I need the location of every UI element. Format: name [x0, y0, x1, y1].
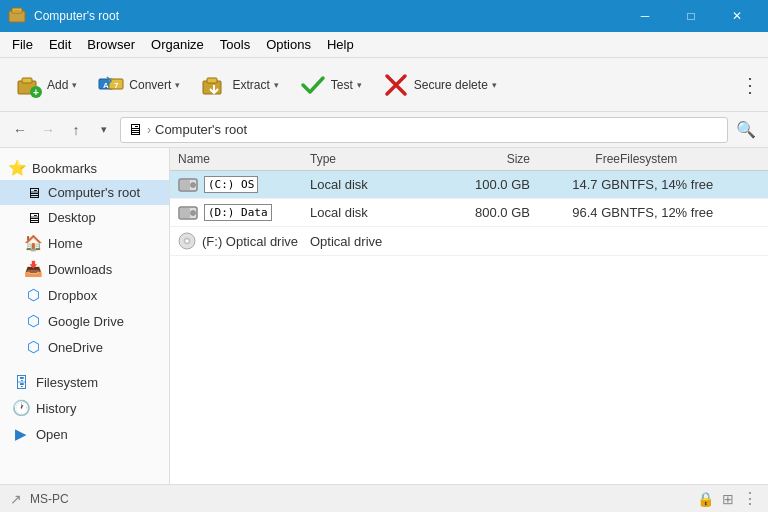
history-label: History: [36, 401, 76, 416]
free-cell: 14.7 GB: [530, 177, 620, 192]
col-filesystem[interactable]: Filesystem: [620, 152, 760, 166]
optical-drive-icon: [178, 232, 196, 250]
menu-options[interactable]: Options: [258, 35, 319, 54]
minimize-button[interactable]: ─: [622, 0, 668, 32]
breadcrumb[interactable]: 🖥 › Computer's root: [120, 117, 728, 143]
sidebar-item-onedrive[interactable]: ⬡ OneDrive: [0, 334, 169, 360]
secure-delete-button[interactable]: Secure delete ▾: [373, 66, 506, 104]
lock-icon[interactable]: 🔒: [697, 491, 714, 507]
svg-rect-2: [14, 10, 20, 13]
more-icon[interactable]: ⋮: [742, 489, 758, 508]
extract-button[interactable]: Extract ▾: [191, 66, 287, 104]
filesystem-cell: NTFS, 12% free: [620, 205, 760, 220]
open-label: Open: [36, 427, 68, 442]
google-drive-label: Google Drive: [48, 314, 124, 329]
sidebar-item-downloads[interactable]: 📥 Downloads: [0, 256, 169, 282]
search-icon: 🔍: [736, 120, 756, 139]
sidebar-item-home[interactable]: 🏠 Home: [0, 230, 169, 256]
sidebar-item-history[interactable]: 🕐 History: [0, 395, 169, 421]
sidebar-section-bookmarks[interactable]: ⭐ Bookmarks: [0, 154, 169, 180]
secure-delete-dropdown-arrow: ▾: [492, 80, 497, 90]
col-size[interactable]: Size: [430, 152, 530, 166]
test-button[interactable]: Test ▾: [290, 66, 371, 104]
svg-rect-17: [180, 208, 190, 218]
sidebar-item-google-drive[interactable]: ⬡ Google Drive: [0, 308, 169, 334]
menu-help[interactable]: Help: [319, 35, 362, 54]
svg-point-18: [191, 210, 196, 215]
file-name-cell: (D:) Data: [178, 204, 310, 221]
test-dropdown-arrow: ▾: [357, 80, 362, 90]
svg-text:+: +: [33, 87, 39, 98]
menu-organize[interactable]: Organize: [143, 35, 212, 54]
sidebar-item-filesystem[interactable]: 🗄 Filesystem: [0, 370, 169, 395]
desktop-label: Desktop: [48, 210, 96, 225]
filesystem-cell: NTFS, 14% free: [620, 177, 760, 192]
menu-file[interactable]: File: [4, 35, 41, 54]
add-button[interactable]: + Add ▾: [6, 66, 86, 104]
close-button[interactable]: ✕: [714, 0, 760, 32]
forward-button[interactable]: →: [36, 118, 60, 142]
table-row[interactable]: (F:) Optical drive Optical drive: [170, 227, 768, 256]
svg-text:7: 7: [114, 81, 119, 90]
status-right-icons: 🔒 ⊞ ⋮: [697, 489, 758, 508]
history-dropdown-button[interactable]: ▾: [92, 118, 116, 142]
menu-edit[interactable]: Edit: [41, 35, 79, 54]
col-free[interactable]: Free: [530, 152, 620, 166]
size-cell: 800.0 GB: [430, 205, 530, 220]
type-cell: Local disk: [310, 177, 430, 192]
sidebar-item-open[interactable]: ▶ Open: [0, 421, 169, 447]
sidebar-item-computers-root[interactable]: 🖥 Computer's root: [0, 180, 169, 205]
home-icon: 🏠: [24, 234, 42, 252]
google-drive-icon: ⬡: [24, 312, 42, 330]
desktop-icon: 🖥: [24, 209, 42, 226]
status-computer-label: MS-PC: [30, 492, 689, 506]
downloads-label: Downloads: [48, 262, 112, 277]
open-icon: ▶: [12, 425, 30, 443]
secure-delete-icon: [382, 71, 410, 99]
computers-root-label: Computer's root: [48, 185, 140, 200]
bookmarks-icon: ⭐: [8, 159, 26, 177]
computers-root-icon: 🖥: [24, 184, 42, 201]
col-name[interactable]: Name: [178, 152, 310, 166]
free-cell: 96.4 GB: [530, 205, 620, 220]
convert-button[interactable]: A 7 Convert ▾: [88, 66, 189, 104]
table-row[interactable]: (C:) OS Local disk 100.0 GB 14.7 GB NTFS…: [170, 171, 768, 199]
addressbar: ← → ↑ ▾ 🖥 › Computer's root 🔍: [0, 112, 768, 148]
onedrive-icon: ⬡: [24, 338, 42, 356]
home-label: Home: [48, 236, 83, 251]
bookmarks-label: Bookmarks: [32, 161, 97, 176]
list-header: Name Type Size Free Filesystem: [170, 148, 768, 171]
svg-point-15: [191, 182, 196, 187]
menu-tools[interactable]: Tools: [212, 35, 258, 54]
sidebar-item-dropbox[interactable]: ⬡ Dropbox: [0, 282, 169, 308]
main-area: ⭐ Bookmarks 🖥 Computer's root 🖥 Desktop …: [0, 148, 768, 484]
file-name-cell: (C:) OS: [178, 176, 310, 193]
maximize-button[interactable]: □: [668, 0, 714, 32]
breadcrumb-separator: ›: [147, 123, 151, 137]
back-button[interactable]: ←: [8, 118, 32, 142]
window-title: Computer's root: [34, 9, 622, 23]
test-icon: [299, 71, 327, 99]
toolbar-more-button[interactable]: ⋮: [738, 73, 762, 97]
app-icon: [8, 6, 28, 26]
svg-rect-4: [22, 78, 32, 83]
menu-browser[interactable]: Browser: [79, 35, 143, 54]
svg-point-21: [186, 240, 189, 243]
type-cell: Local disk: [310, 205, 430, 220]
col-type[interactable]: Type: [310, 152, 430, 166]
dropbox-label: Dropbox: [48, 288, 97, 303]
titlebar: Computer's root ─ □ ✕: [0, 0, 768, 32]
convert-dropdown-arrow: ▾: [175, 80, 180, 90]
sidebar: ⭐ Bookmarks 🖥 Computer's root 🖥 Desktop …: [0, 148, 170, 484]
sidebar-item-desktop[interactable]: 🖥 Desktop: [0, 205, 169, 230]
dropbox-icon: ⬡: [24, 286, 42, 304]
status-arrow-icon: ↗: [10, 491, 22, 507]
view-icon[interactable]: ⊞: [722, 491, 734, 507]
downloads-icon: 📥: [24, 260, 42, 278]
svg-text:A: A: [103, 81, 109, 90]
table-row[interactable]: (D:) Data Local disk 800.0 GB 96.4 GB NT…: [170, 199, 768, 227]
drive-c-label: (C:) OS: [204, 176, 258, 193]
up-button[interactable]: ↑: [64, 118, 88, 142]
window-controls: ─ □ ✕: [622, 0, 760, 32]
search-button[interactable]: 🔍: [732, 116, 760, 144]
